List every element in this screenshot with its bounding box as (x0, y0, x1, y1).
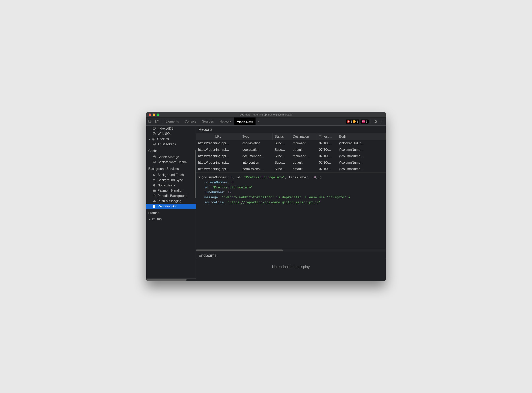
collapse-triangle-icon[interactable]: ▼ (199, 175, 201, 180)
device-toolbar-icon[interactable] (154, 118, 161, 125)
endpoints-empty-message: No endpoints to display (196, 259, 386, 281)
col-body[interactable]: Body (337, 133, 386, 140)
sidebar-item-notifications[interactable]: Notifications (146, 183, 196, 188)
sidebar-item-cookies[interactable]: ▶ Cookies (146, 137, 196, 142)
sidebar-item-label: Background Fetch (158, 173, 184, 177)
close-window-button[interactable] (149, 113, 151, 116)
database-icon (152, 132, 156, 136)
sidebar-item-label: Cache Storage (158, 155, 179, 159)
detail-value: 19 (228, 190, 232, 194)
endpoints-heading: Endpoints (196, 251, 386, 259)
more-options-icon[interactable]: ⋮ (380, 119, 384, 124)
settings-icon[interactable] (373, 120, 379, 123)
tab-application[interactable]: Application (234, 118, 255, 125)
svg-rect-15 (153, 190, 156, 191)
sidebar-item-payment-handler[interactable]: Payment Handler (146, 188, 196, 193)
cell-type: deprecation (240, 147, 273, 153)
sidebar-item-cache-storage[interactable]: Cache Storage (146, 154, 196, 160)
table-row[interactable]: https://reporting-api… permissions-… Suc… (196, 166, 386, 172)
sidebar-item-reporting-api[interactable]: Reporting API (146, 204, 196, 209)
col-type[interactable]: Type (240, 133, 273, 140)
sidebar-vscrollbar[interactable] (195, 126, 196, 281)
sidebar-item-label: Payment Handler (158, 189, 183, 192)
sidebar-item-frame-top[interactable]: ▶ top (146, 216, 196, 222)
col-destination[interactable]: Destination (291, 133, 317, 140)
sidebar-hscrollbar[interactable] (146, 278, 196, 281)
cell-url: https://reporting-api… (196, 166, 240, 172)
cell-timestamp: 07/10/… (317, 166, 337, 172)
expand-triangle-icon[interactable]: ▶ (149, 218, 151, 220)
sidebar-item-bg-sync[interactable]: Background Sync (146, 177, 196, 183)
cell-status: Succ… (273, 160, 291, 166)
detail-value: "https://reporting-api-demo.glitch.me/sc… (228, 200, 321, 204)
sidebar-item-periodic-bg[interactable]: Periodic Background (146, 193, 196, 198)
database-icon (152, 160, 156, 164)
database-icon (152, 142, 156, 146)
reports-heading: Reports (196, 126, 386, 133)
svg-point-5 (153, 133, 155, 133)
expand-triangle-icon[interactable]: ▶ (149, 138, 151, 140)
svg-point-13 (153, 161, 155, 162)
database-icon (152, 155, 156, 159)
col-url[interactable]: URL (196, 133, 240, 140)
sidebar-item-bfcache[interactable]: Back-forward Cache (146, 160, 196, 165)
col-timestamp[interactable]: Timest… (317, 133, 337, 140)
cell-timestamp: 07/10/… (317, 153, 337, 159)
sidebar-item-indexeddb[interactable]: IndexedDB (146, 126, 196, 131)
table-row[interactable]: https://reporting-api… csp-violation Suc… (196, 140, 386, 147)
devtools-window: DevTools - reporting-api-demo.glitch.me/… (146, 112, 386, 281)
issues-count: 1 (366, 120, 367, 123)
cell-url: https://reporting-api… (196, 147, 240, 153)
cell-dest: default (291, 166, 317, 172)
tab-sources[interactable]: Sources (199, 118, 217, 125)
detail-value: "'window.webkitStorageInfo' is deprecate… (222, 195, 350, 199)
zoom-window-button[interactable] (157, 113, 159, 116)
issues-icon (362, 120, 365, 123)
sidebar-heading-frames: Frames (146, 209, 196, 216)
tab-elements[interactable]: Elements (163, 118, 182, 125)
table-row[interactable]: https://reporting-api… document-po… Succ… (196, 153, 386, 160)
tab-network[interactable]: Network (217, 118, 234, 125)
tab-console[interactable]: Console (182, 118, 199, 125)
col-status[interactable]: Status (273, 133, 291, 140)
sidebar-item-trust-tokens[interactable]: Trust Tokens (146, 142, 196, 147)
inspect-element-icon[interactable] (146, 118, 154, 125)
cell-dest: default (291, 147, 317, 153)
detail-value: 8 (232, 180, 234, 184)
cell-body: {"columnNumb… (337, 166, 386, 172)
svg-point-11 (153, 143, 155, 144)
svg-rect-2 (157, 121, 159, 123)
credit-card-icon (152, 189, 156, 192)
warning-count: 1 (356, 120, 358, 123)
detail-key: id (204, 185, 208, 189)
sidebar-item-label: top (157, 217, 162, 221)
cell-dest: main-end… (291, 140, 317, 147)
cell-status: Succ… (273, 147, 291, 153)
sidebar-item-websql[interactable]: Web SQL (146, 131, 196, 137)
cell-body: {"columnNumb… (337, 160, 386, 166)
cookie-icon (152, 137, 156, 141)
more-tabs-button[interactable]: » (255, 118, 262, 125)
sidebar-item-label: Notifications (158, 184, 175, 187)
window-titlebar: DevTools - reporting-api-demo.glitch.me/… (146, 112, 386, 118)
sidebar-item-bg-fetch[interactable]: Background Fetch (146, 172, 196, 177)
cell-type: intervention (240, 160, 273, 166)
minimize-window-button[interactable] (153, 113, 155, 116)
sidebar-item-label: Reporting API (158, 205, 178, 208)
table-row[interactable]: https://reporting-api… intervention Succ… (196, 160, 386, 166)
svg-point-10 (154, 139, 155, 140)
cell-url: https://reporting-api… (196, 140, 240, 147)
console-error-warning-badge[interactable]: ✕ 2 ! 1 (346, 119, 360, 123)
issues-badge[interactable]: 1 (361, 119, 369, 123)
error-count: 2 (351, 120, 352, 123)
table-row[interactable]: https://reporting-api… deprecation Succ…… (196, 147, 386, 153)
report-detail-pane: ▼{columnNumber: 8, id: "PrefixedStorageI… (196, 173, 386, 249)
sidebar-item-label: Push Messaging (158, 199, 181, 203)
application-sidebar: IndexedDB Web SQL ▶ Cookies Trust Tokens (146, 126, 196, 281)
sidebar-item-push-messaging[interactable]: Push Messaging (146, 198, 196, 204)
cell-status: Succ… (273, 153, 291, 159)
sidebar-heading-cache: Cache (146, 147, 196, 154)
cell-body: {"columnNumb… (337, 147, 386, 153)
detail-hscrollbar[interactable] (196, 249, 386, 251)
sidebar-item-label: Periodic Background (158, 194, 187, 198)
